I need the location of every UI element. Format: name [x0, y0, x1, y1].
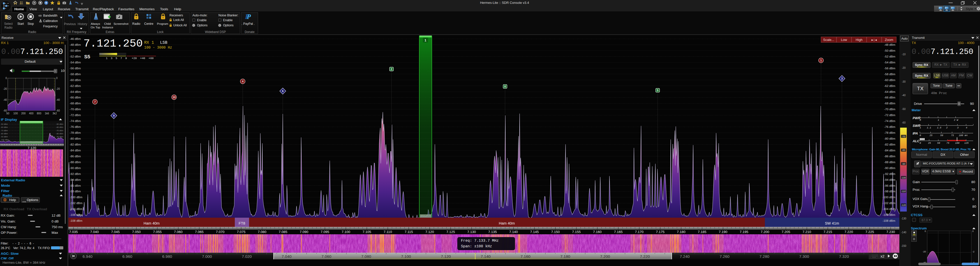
svg-text:-76 dBm: -76 dBm: [70, 125, 81, 128]
svg-text:-40: -40: [3, 98, 7, 101]
svg-text:-50 dBm: -50 dBm: [884, 49, 895, 52]
svg-text:-50 dBm: -50 dBm: [56, 123, 63, 125]
svg-text:7.175: 7.175: [656, 230, 665, 234]
svg-text:High: High: [856, 38, 862, 42]
svg-text:-104 dBm: -104 dBm: [883, 207, 895, 210]
svg-text:+20: +20: [132, 57, 137, 60]
svg-text:7.205: 7.205: [782, 230, 791, 234]
svg-text:-40: -40: [56, 98, 60, 101]
svg-text:50: 50: [6, 112, 10, 115]
svg-text:-106 dBm: -106 dBm: [883, 213, 895, 216]
svg-text:800: 800: [37, 112, 41, 115]
svg-text:6: 6: [282, 90, 283, 93]
svg-text:-20: -20: [3, 88, 7, 90]
svg-text:1: 1: [820, 59, 822, 62]
svg-text:Freq: 7.133.7 MHz: Freq: 7.133.7 MHz: [461, 239, 499, 243]
svg-text:6.940: 6.940: [83, 254, 93, 259]
svg-text:Low: Low: [841, 38, 847, 42]
svg-text:7.100: 7.100: [342, 230, 350, 234]
svg-text:-108 dBm: -108 dBm: [883, 219, 895, 222]
svg-text:-94 dBm: -94 dBm: [70, 178, 81, 181]
svg-text:-20: -20: [923, 250, 926, 253]
svg-text:7.120: 7.120: [441, 254, 451, 259]
svg-text:1k6: 1k6: [45, 112, 49, 115]
svg-text:-52 dBm: -52 dBm: [884, 55, 895, 58]
svg-text:RX 1: RX 1: [144, 40, 154, 45]
svg-text:7.185: 7.185: [698, 230, 706, 234]
svg-text:-60: -60: [56, 109, 60, 112]
svg-text:-90 dBm: -90 dBm: [56, 136, 63, 138]
svg-text:-60 dBm: -60 dBm: [0, 126, 8, 128]
svg-text:7.180: 7.180: [677, 230, 686, 234]
svg-text:-80 dBm: -80 dBm: [70, 137, 81, 140]
svg-text:7.220: 7.220: [845, 230, 853, 234]
svg-text:-84 dBm: -84 dBm: [884, 149, 895, 152]
svg-text:-20: -20: [972, 250, 974, 253]
svg-text:-120: -120: [901, 204, 906, 207]
svg-text:-20: -20: [902, 66, 906, 69]
svg-text:7.200: 7.200: [600, 254, 610, 259]
svg-text:7.075: 7.075: [237, 230, 245, 234]
svg-text:-102 dBm: -102 dBm: [70, 202, 83, 205]
svg-text:-60: -60: [3, 109, 7, 112]
svg-text:-52 dBm: -52 dBm: [70, 55, 81, 58]
svg-text:SW 41m: SW 41m: [825, 221, 839, 225]
svg-text:8: 8: [504, 85, 506, 88]
svg-text:-62 dBm: -62 dBm: [70, 84, 81, 88]
svg-text:7.160: 7.160: [593, 230, 602, 234]
svg-text:-80 dBm: -80 dBm: [0, 133, 8, 135]
svg-text:-96 dBm: -96 dBm: [884, 184, 895, 187]
svg-text:-66 dBm: -66 dBm: [884, 96, 895, 99]
svg-text:-110: -110: [901, 190, 906, 192]
svg-text:-130: -130: [901, 217, 906, 220]
svg-text:-100: -100: [901, 176, 906, 179]
svg-text:7.135: 7.135: [488, 230, 497, 234]
svg-text:7.170: 7.170: [635, 230, 644, 234]
svg-text:10: 10: [172, 96, 176, 99]
svg-text:-78 dBm: -78 dBm: [884, 131, 895, 134]
svg-text:-60: -60: [902, 121, 906, 124]
svg-text:3: 3: [841, 77, 843, 80]
svg-text:7.140: 7.140: [509, 230, 518, 234]
svg-text:-48 dBm: -48 dBm: [70, 43, 81, 46]
svg-text:-60 dBm: -60 dBm: [884, 79, 895, 82]
svg-text:7.121.250: 7.121.250: [83, 37, 143, 50]
svg-text:7.240: 7.240: [680, 254, 690, 259]
svg-text:-84 dBm: -84 dBm: [70, 149, 81, 152]
svg-text:-100 dBm: -100 dBm: [883, 195, 895, 199]
svg-text:7.110: 7.110: [383, 230, 392, 234]
svg-text:7.145: 7.145: [530, 230, 539, 234]
svg-text:4: 4: [242, 80, 244, 83]
svg-text:7.040: 7.040: [282, 254, 292, 259]
svg-text:7.195: 7.195: [740, 230, 748, 234]
svg-text:100: 100: [13, 112, 18, 115]
svg-text:Auto: Auto: [901, 37, 908, 40]
svg-text:7.055: 7.055: [153, 230, 162, 234]
svg-text:7.180: 7.180: [560, 254, 570, 259]
svg-text:-92 dBm: -92 dBm: [70, 172, 81, 175]
svg-text:-66 dBm: -66 dBm: [70, 96, 81, 99]
svg-text:-78 dBm: -78 dBm: [70, 131, 81, 134]
svg-text:7.150: 7.150: [551, 230, 560, 234]
svg-text:-60 dBm: -60 dBm: [56, 126, 63, 128]
svg-text:7.080: 7.080: [258, 230, 266, 234]
svg-text:-140: -140: [901, 231, 906, 234]
svg-text:-90: -90: [902, 162, 905, 165]
svg-text:7.020: 7.020: [242, 254, 252, 259]
svg-text:7.065: 7.065: [195, 230, 204, 234]
svg-text:-58 dBm: -58 dBm: [884, 73, 895, 76]
svg-text:7.050: 7.050: [132, 230, 141, 234]
svg-text:S5: S5: [84, 54, 90, 59]
svg-text:-40: -40: [902, 94, 906, 97]
svg-text:7.085: 7.085: [279, 230, 287, 234]
svg-text:7.045: 7.045: [111, 230, 120, 234]
svg-text:P: P: [246, 13, 251, 20]
svg-text:0: 0: [56, 77, 58, 80]
svg-text:-54 dBm: -54 dBm: [70, 61, 81, 64]
svg-text:7.040: 7.040: [90, 230, 99, 234]
svg-text:7.280: 7.280: [759, 254, 770, 259]
svg-text:-70: -70: [902, 135, 905, 138]
svg-text:-90 dBm: -90 dBm: [884, 167, 895, 170]
svg-text:-68 dBm: -68 dBm: [884, 102, 895, 105]
svg-text:-76 dBm: -76 dBm: [884, 125, 895, 128]
